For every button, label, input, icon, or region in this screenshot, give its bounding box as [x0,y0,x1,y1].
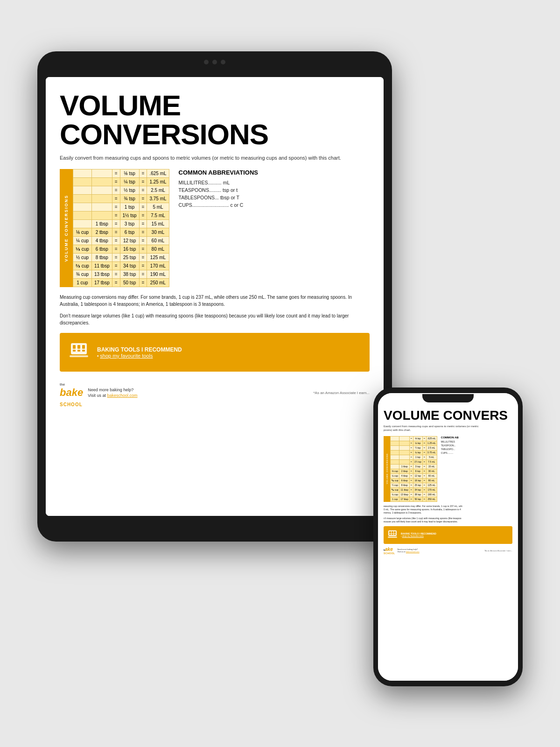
phone-conversion-table: =⅛ tsp=.625 mL =¼ tsp=1.25 mL =½ tsp=2.5… [390,436,437,502]
abbreviations-title: COMMON ABBREVIATIONS [179,169,370,176]
table-row: =⅛ tsp=.625 mL [391,436,437,441]
page-title: VOLUME CONVERSIONS [60,91,370,149]
visit-label: Visit us at [88,393,107,398]
baking-banner-text: BAKING TOOLS I RECOMMEND • shop my favou… [97,346,182,359]
table-row: ⅛ cup2 tbsp=6 tsp=30 mL [73,228,169,237]
table-row: =½ tsp=2.5 mL [391,445,437,450]
phone-logo-bake: ake [385,547,393,552]
abbreviations-box: COMMON ABBREVIATIONS MILLILITRES........… [179,169,370,287]
table-row: 1 cup17 tbsp=50 tsp=250 mL [391,497,437,501]
banner-link[interactable]: shop my favourite tools [100,353,153,359]
table-row: ¾ cup13 tbsp=38 tsp=190 mL [73,270,169,279]
phone-abbrev-item: CUPS......... [441,451,512,454]
svg-rect-10 [392,531,393,533]
svg-rect-12 [389,534,391,535]
phone-abbrev-item: MILLILITRES [441,440,512,443]
table-row: ⅓ cup6 tbsp=16 tsp=80 mL [391,478,437,483]
phone-logo-school: SCHOOL [384,552,395,555]
logo-school: SCHOOL [60,402,83,407]
tablet-document: VOLUME CONVERSIONS Easily convert from m… [46,77,384,516]
phone-need-help: Need more baking help? [397,548,418,550]
table-row: ¼ cup4 tbsp=12 tsp=60 mL [73,237,169,245]
page-subtitle: Easily convert from measuring cups and s… [60,155,370,162]
svg-rect-9 [389,531,391,533]
vertical-label: VOLUME CONVERSIONS [60,169,73,287]
tablet-screen: VOLUME CONVERSIONS Easily convert from m… [46,77,384,516]
phone-banner-text: BAKING TOOLS I RECOMMEND • shop my favou… [401,532,436,537]
table-row: =⅛ tsp=.625 mL [73,169,169,178]
table-row: =¾ tsp=3.75 mL [73,195,169,203]
phone-abbrev-item: TABLESPO... [441,448,512,451]
conversion-table: =⅛ tsp=.625 mL =¼ tsp=1.25 mL =½ tsp=2.5… [73,169,169,287]
svg-rect-3 [82,345,85,349]
table-row: ½ cup8 tbsp=25 tsp=125 mL [391,483,437,487]
abbrev-item: MILLILITRES.......... mL [179,180,370,185]
svg-rect-14 [394,534,396,535]
table-row: =¾ tsp=3.75 mL [391,450,437,455]
table-row: 1 cup17 tbsp=50 tsp=250 mL [73,279,169,287]
phone-note-2: n't measure large volumes (like 1 cup) w… [384,517,512,523]
table-row: =1½ tsp=7.5 mL [73,211,169,220]
note-1: Measuring cup conversions may differ. Fo… [60,294,370,308]
banner-bullet: • shop my favourite tools [97,353,182,359]
table-row: ⅛ cup2 tbsp=6 tsp=30 mL [391,469,437,473]
phone-banner-link-row: • shop my favourite tools [401,535,436,537]
footer-help-text: Need more baking help? Visit us at bakes… [88,387,137,399]
phone-notes: easuring cup conversions may differ. For… [384,505,512,523]
phone-baking-banner[interactable]: BAKING TOOLS I RECOMMEND • shop my favou… [384,526,512,544]
svg-rect-13 [392,534,393,535]
table-row: ¾ cup13 tbsp=38 tsp=190 mL [391,492,437,497]
svg-rect-5 [77,350,80,352]
phone-screen: VOLUME CONVERS Easily convert from measu… [378,393,518,681]
table-row: ¼ cup4 tbsp=12 tsp=60 mL [391,473,437,478]
website-link[interactable]: bakeschool.com [107,393,138,398]
banner-title: BAKING TOOLS I RECOMMEND [97,346,182,353]
svg-rect-7 [70,355,88,357]
phone-bake-logo: bake SCHOOL [384,547,395,555]
tablet-camera-bar [204,60,225,64]
baking-icon [67,338,91,366]
phone-device: VOLUME CONVERS Easily convert from measu… [373,388,523,686]
table-row: 1 tbsp=3 tsp=15 mL [73,220,169,228]
phone-subtitle: Easily convert from measuring cups and s… [384,424,512,432]
document-footer: the bake SCHOOL Need more baking help? V… [60,377,370,408]
phone-abbrev-title: COMMON AB [441,436,512,439]
svg-rect-15 [388,536,397,538]
phone-website-link[interactable]: bakeschool.com [406,550,420,553]
table-row: =1 tsp=5 mL [391,455,437,459]
svg-rect-1 [73,345,76,349]
notes-section: Measuring cup conversions may differ. Fo… [60,294,370,326]
phone-notch [422,394,474,402]
table-wrapper: VOLUME CONVERSIONS =⅛ tsp=.625 mL =¼ tsp… [60,169,169,287]
amazon-disclaimer: *As an Amazon Associate I earn... [313,391,370,395]
tablet-dot-2 [212,60,217,64]
table-row: =1 tsp=5 mL [73,203,169,211]
tablet-device: VOLUME CONVERSIONS Easily convert from m… [37,51,392,542]
table-row: ⅓ cup6 tbsp=16 tsp=80 mL [73,245,169,254]
abbrev-item: TABLESPOONS... tbsp or T [179,195,370,200]
phone-vertical-label: VOLUME CONVERSIONS [384,436,390,502]
phone-table-wrapper: VOLUME CONVERSIONS =⅛ tsp=.625 mL =¼ tsp… [384,436,437,502]
table-row: 1 tbsp=3 tsp=15 mL [391,464,437,469]
table-row: =1½ tsp=7.5 mL [391,459,437,464]
phone-note-1: easuring cup conversions may differ. For… [384,505,512,514]
phone-content-area: VOLUME CONVERSIONS =⅛ tsp=.625 mL =¼ tsp… [384,436,512,502]
bake-school-logo: the bake SCHOOL [60,377,83,408]
table-row: ½ cup8 tbsp=25 tsp=125 mL [73,254,169,262]
phone-baking-icon [387,529,398,542]
phone-footer: bake SCHOOL Need more baking help? Visit… [384,547,512,555]
table-row: =¼ tsp=1.25 mL [73,178,169,186]
logo-the: the [60,382,65,387]
table-row: ⅔ cup11 tbsp=34 tsp=170 mL [73,262,169,270]
svg-rect-11 [394,531,396,533]
tablet-dot-1 [204,60,209,64]
phone-visit: Visit us at [397,550,406,553]
abbrev-item: TEASPOONS......... tsp or t [179,187,370,193]
phone-banner-link[interactable]: shop my favourite tools [402,535,424,537]
need-help-label: Need more baking help? [88,388,133,392]
phone-footer-text: Need more baking help? Visit us at bakes… [397,548,419,553]
phone-abbrev-item: TEASPOON... [441,444,512,447]
svg-rect-4 [73,350,76,352]
phone-abbreviations: COMMON AB MILLILITRES TEASPOON... TABLES… [441,436,512,502]
baking-tools-banner[interactable]: BAKING TOOLS I RECOMMEND • shop my favou… [60,333,370,372]
